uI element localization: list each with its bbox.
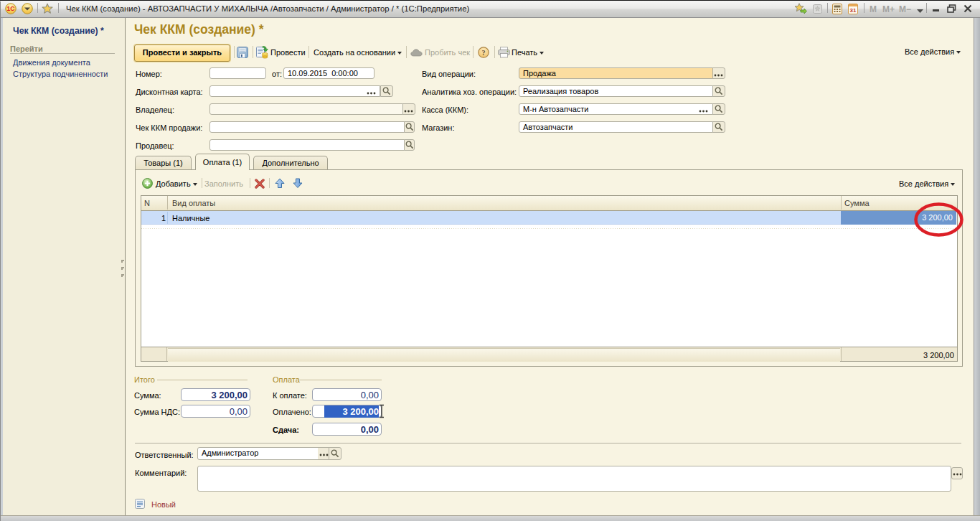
svg-text:31: 31 [850, 7, 857, 14]
svg-text:1С: 1С [7, 5, 15, 12]
svg-text:?: ? [482, 49, 486, 57]
